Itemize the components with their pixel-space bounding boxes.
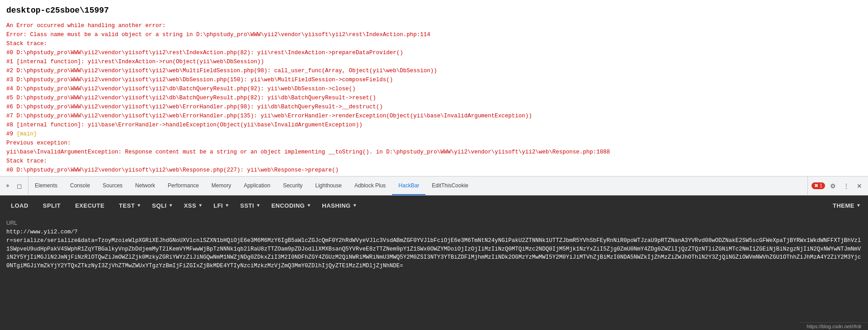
devtools-tabs: Elements Console Sources Network Perform… bbox=[28, 177, 807, 195]
hackbar-toolbar: LOAD SPLIT EXECUTE TEST ▼ SQLI ▼ XSS ▼ L… bbox=[0, 195, 868, 215]
hackbar-theme-button[interactable]: THEME bbox=[826, 200, 856, 212]
tab-elements[interactable]: Elements bbox=[28, 177, 64, 195]
hackbar-xss-button[interactable]: XSS bbox=[178, 200, 198, 212]
devtools-icons: ⌖ ◻ bbox=[0, 177, 28, 195]
url-area: URL http://www.yii2.com/?r=serialize/ser… bbox=[0, 215, 868, 330]
tab-console[interactable]: Console bbox=[64, 177, 96, 195]
tab-security[interactable]: Security bbox=[277, 177, 309, 195]
hackbar-split-button[interactable]: SPLIT bbox=[37, 200, 67, 212]
hackbar-sqli-dropdown: SQLI ▼ bbox=[146, 200, 175, 212]
stack-line-0: #0 D:\phpstudy_pro\WWW\yii2\vendor\yiiso… bbox=[6, 50, 403, 56]
hackbar-lfi-arrow[interactable]: ▼ bbox=[225, 200, 232, 211]
tab-hackbar[interactable]: HackBar bbox=[392, 177, 425, 195]
prev-label: Previous exception: bbox=[6, 140, 71, 146]
hackbar-hashing-dropdown: HASHING ▼ bbox=[316, 200, 359, 212]
hackbar-xss-dropdown: XSS ▼ bbox=[178, 200, 206, 212]
hackbar-xss-arrow[interactable]: ▼ bbox=[198, 200, 205, 211]
hackbar-test-button[interactable]: TEST bbox=[113, 200, 137, 212]
error-intro: An Error occurred while handling another… bbox=[6, 23, 166, 29]
hackbar-theme-dropdown: THEME ▼ bbox=[826, 200, 863, 212]
tab-network[interactable]: Network bbox=[129, 177, 161, 195]
hackbar-hashing-arrow[interactable]: ▼ bbox=[353, 200, 360, 211]
error-line: Error: Class name must be a valid object… bbox=[6, 32, 430, 38]
error-block: An Error occurred while handling another… bbox=[6, 21, 862, 175]
stack-line-3: #3 D:\phpstudy_pro\WWW\yii2\vendor\yiiso… bbox=[6, 77, 393, 83]
status-bar: https://blog.csdn.net/rfrdr bbox=[800, 322, 868, 330]
tab-editthiscookie[interactable]: EditThisCookie bbox=[425, 177, 475, 195]
hackbar-execute-button[interactable]: EXECUTE bbox=[69, 200, 111, 212]
hackbar-sqli-button[interactable]: SQLI bbox=[146, 200, 168, 212]
status-url: https://blog.csdn.net/rfrdr bbox=[807, 324, 862, 329]
hackbar-ssti-dropdown: SSTI ▼ bbox=[234, 200, 263, 212]
devtools-right: ✖ 1 ⚙ ⋮ ✕ bbox=[807, 177, 868, 195]
stack-label-2: Stack trace: bbox=[6, 158, 47, 164]
hackbar-hashing-button[interactable]: HASHING bbox=[316, 200, 352, 212]
device-icon[interactable]: ◻ bbox=[14, 181, 24, 191]
url-label: URL bbox=[6, 220, 862, 226]
error-badge: ✖ 1 bbox=[811, 182, 825, 189]
devtools-bar: ⌖ ◻ Elements Console Sources Network Per… bbox=[0, 176, 868, 195]
stack-line-7: #7 D:\phpstudy_pro\WWW\yii2\vendor\yiiso… bbox=[6, 113, 532, 119]
stack-line-4: #4 D:\phpstudy_pro\WWW\yii2\vendor\yiiso… bbox=[6, 86, 356, 92]
tab-lighthouse[interactable]: Lighthouse bbox=[309, 177, 348, 195]
stack-lines: #0 D:\phpstudy_pro\WWW\yii2\vendor\yiiso… bbox=[6, 48, 862, 139]
stack-line-5: #5 D:\phpstudy_pro\WWW\yii2\vendor\yiiso… bbox=[6, 95, 376, 101]
hackbar-encoding-button[interactable]: ENCODING bbox=[265, 200, 307, 212]
page-title: desktop-c25sboe\15997 bbox=[6, 5, 862, 17]
hackbar-lfi-dropdown: LFI ▼ bbox=[207, 200, 232, 212]
tab-performance[interactable]: Performance bbox=[161, 177, 205, 195]
hackbar-ssti-button[interactable]: SSTI bbox=[234, 200, 256, 212]
prev-line: yii\base\InvalidArgumentException: Respo… bbox=[6, 149, 610, 155]
stack-label: Stack trace: bbox=[6, 41, 47, 47]
hackbar-sqli-arrow[interactable]: ▼ bbox=[169, 200, 176, 211]
hackbar-test-arrow[interactable]: ▼ bbox=[137, 200, 144, 211]
main-content: desktop-c25sboe\15997 An Error occurred … bbox=[0, 0, 868, 176]
close-button[interactable]: ✕ bbox=[854, 181, 864, 191]
hackbar-load-button[interactable]: LOAD bbox=[5, 200, 35, 212]
more-button[interactable]: ⋮ bbox=[841, 181, 852, 191]
stack-line-6: #6 D:\phpstudy_pro\WWW\yii2\vendor\yiiso… bbox=[6, 104, 383, 110]
url-value: http://www.yii2.com/?r=serialize/seriali… bbox=[6, 228, 862, 270]
hackbar-encoding-dropdown: ENCODING ▼ bbox=[265, 200, 314, 212]
hackbar-encoding-arrow[interactable]: ▼ bbox=[307, 200, 314, 211]
stack-line-9: #9 {main} bbox=[6, 131, 37, 137]
hackbar-test-dropdown: TEST ▼ bbox=[113, 200, 144, 212]
stack-line-2: #2 D:\phpstudy_pro\WWW\yii2\vendor\yiiso… bbox=[6, 68, 437, 74]
bottom-section: URL http://www.yii2.com/?r=serialize/ser… bbox=[0, 215, 868, 330]
partial-line: #0 D:\phpstudy_pro\WWW\yii2\vendor\yiiso… bbox=[6, 167, 339, 173]
tab-sources[interactable]: Sources bbox=[96, 177, 129, 195]
tab-application[interactable]: Application bbox=[237, 177, 277, 195]
tab-memory[interactable]: Memory bbox=[205, 177, 237, 195]
hackbar-lfi-button[interactable]: LFI bbox=[207, 200, 225, 212]
tab-adblock-plus[interactable]: Adblock Plus bbox=[348, 177, 392, 195]
hackbar-ssti-arrow[interactable]: ▼ bbox=[256, 200, 263, 211]
settings-button[interactable]: ⚙ bbox=[828, 181, 838, 191]
stack-line-1: #1 [internal function]: yii\rest\IndexAc… bbox=[6, 59, 264, 65]
stack-line-8: #8 [internal function]: yii\base\ErrorHa… bbox=[6, 122, 363, 128]
hackbar-theme-arrow[interactable]: ▼ bbox=[856, 200, 863, 211]
cursor-icon[interactable]: ⌖ bbox=[4, 181, 12, 191]
